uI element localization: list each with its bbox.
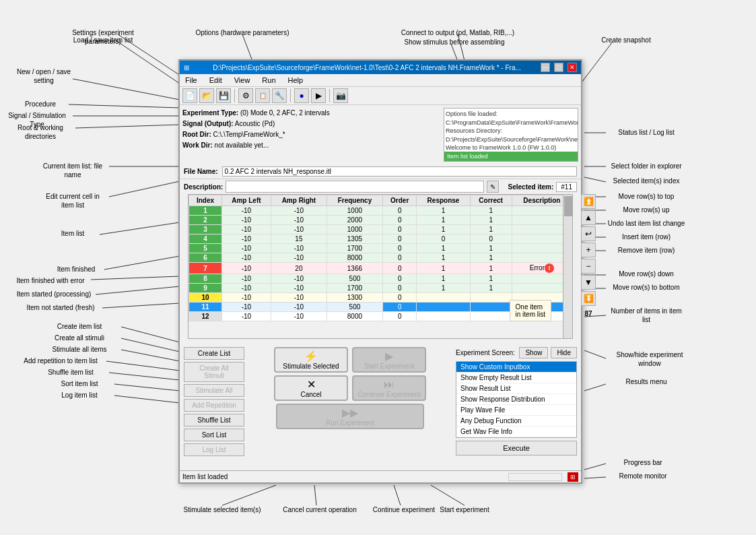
table-cell[interactable]: -10 <box>221 284 271 293</box>
table-cell[interactable]: 1 <box>417 206 470 216</box>
table-row[interactable]: 6-10-108000011 <box>189 253 572 263</box>
table-cell[interactable]: -10 <box>271 216 327 225</box>
table-cell[interactable]: 0 <box>382 293 417 303</box>
table-row[interactable]: 10-10-1013000 <box>189 293 572 303</box>
table-cell[interactable]: 5 <box>189 244 222 253</box>
shuffle-list-button[interactable]: Shuffle List <box>184 414 244 427</box>
menu-edit[interactable]: Edit <box>207 75 225 85</box>
close-button[interactable]: ✕ <box>568 63 577 72</box>
table-cell[interactable]: -10 <box>221 216 271 225</box>
results-item[interactable]: Show Result List <box>456 383 576 394</box>
log-list-button[interactable]: Log List <box>184 443 244 456</box>
table-cell[interactable]: -10 <box>271 312 327 321</box>
stimulate-selected-button[interactable]: ⚡ Stimulate Selected <box>274 347 348 373</box>
table-row[interactable]: 3-10-101000011 <box>189 225 572 234</box>
table-cell[interactable]: 0 <box>382 216 417 225</box>
table-cell[interactable]: 0 <box>382 225 417 234</box>
stimulate-all-button[interactable]: Stimulate All <box>184 384 244 397</box>
table-cell[interactable]: 8000 <box>327 312 382 321</box>
filename-input[interactable] <box>222 166 577 177</box>
toolbar-snapshot[interactable]: 📷 <box>333 88 348 103</box>
table-row[interactable]: 11-10-105000 <box>189 303 572 312</box>
table-cell[interactable] <box>470 303 512 312</box>
table-cell[interactable]: -10 <box>271 274 327 284</box>
table-cell[interactable]: -10 <box>271 244 327 253</box>
table-cell[interactable]: -10 <box>221 312 271 321</box>
table-cell[interactable]: 8 <box>189 274 222 284</box>
move-down-button[interactable]: ▼ <box>581 275 596 290</box>
toolbar-open[interactable]: 📂 <box>199 88 214 103</box>
table-cell[interactable]: 0 <box>382 312 417 321</box>
show-button[interactable]: Show <box>519 347 548 358</box>
table-cell[interactable]: 0 <box>382 303 417 312</box>
table-cell[interactable]: -10 <box>271 303 327 312</box>
add-repetition-button[interactable]: Add Repetition <box>184 399 244 412</box>
desc-edit-button[interactable]: ✎ <box>487 181 499 193</box>
table-cell[interactable]: 15 <box>271 234 327 244</box>
table-cell[interactable]: 1 <box>470 274 512 284</box>
table-cell[interactable]: 1300 <box>327 293 382 303</box>
table-cell[interactable] <box>417 303 470 312</box>
table-cell[interactable]: 500 <box>327 303 382 312</box>
table-cell[interactable]: 1 <box>417 253 470 263</box>
start-experiment-button[interactable]: ▶ Start Experiment <box>352 347 426 373</box>
table-cell[interactable]: 0 <box>382 274 417 284</box>
menu-file[interactable]: File <box>182 75 200 85</box>
table-cell[interactable]: 10 <box>189 293 222 303</box>
table-cell[interactable]: 500 <box>327 274 382 284</box>
table-cell[interactable]: -10 <box>271 293 327 303</box>
table-cell[interactable]: 1 <box>189 206 222 216</box>
toolbar-settings[interactable]: ⚙ <box>238 88 253 103</box>
remote-monitor-icon[interactable]: ⊞ <box>568 472 578 482</box>
table-cell[interactable]: 1 <box>470 225 512 234</box>
remove-item-button[interactable]: − <box>581 259 596 274</box>
table-cell[interactable]: 1 <box>470 253 512 263</box>
table-cell[interactable]: 0 <box>470 234 512 244</box>
results-item[interactable]: Play Wave File <box>456 405 576 416</box>
toolbar-save[interactable]: 💾 <box>216 88 231 103</box>
table-row[interactable]: 1-10-101000011 <box>189 206 572 216</box>
table-cell[interactable]: 0 <box>382 253 417 263</box>
table-cell[interactable]: 1000 <box>327 206 382 216</box>
hide-button[interactable]: Hide <box>551 347 577 358</box>
menu-help[interactable]: Help <box>285 75 306 85</box>
run-experiment-button[interactable]: ▶▶ Run Experiment <box>276 404 424 429</box>
table-cell[interactable]: 8000 <box>327 253 382 263</box>
table-cell[interactable]: 1 <box>417 216 470 225</box>
table-cell[interactable]: 1366 <box>327 263 382 274</box>
table-cell[interactable]: 1 <box>417 274 470 284</box>
desc-input[interactable] <box>226 181 483 193</box>
table-cell[interactable]: 12 <box>189 312 222 321</box>
table-cell[interactable]: 1700 <box>327 284 382 293</box>
continue-experiment-button[interactable]: ⏭ Continue Experiment <box>352 375 426 401</box>
table-cell[interactable]: -10 <box>271 253 327 263</box>
table-row[interactable]: 12-10-1080000 <box>189 312 572 321</box>
table-scroll[interactable]: Index Amp Left Amp Right Frequency Order… <box>188 195 572 339</box>
menu-view[interactable]: View <box>232 75 253 85</box>
table-cell[interactable]: 0 <box>382 284 417 293</box>
menu-run[interactable]: Run <box>259 75 278 85</box>
table-cell[interactable]: 2 <box>189 216 222 225</box>
table-cell[interactable]: -10 <box>221 293 271 303</box>
table-cell[interactable]: -10 <box>221 274 271 284</box>
toolbar-connect[interactable]: ● <box>294 88 309 103</box>
table-cell[interactable]: 1305 <box>327 234 382 244</box>
table-cell[interactable]: 1 <box>470 216 512 225</box>
create-all-stimuli-button[interactable]: Create All Stimuli <box>184 362 244 382</box>
table-cell[interactable]: 1 <box>417 244 470 253</box>
table-cell[interactable]: 6 <box>189 253 222 263</box>
toolbar-play[interactable]: ▶ <box>311 88 326 103</box>
table-cell[interactable]: -10 <box>271 225 327 234</box>
table-cell[interactable] <box>417 312 470 321</box>
table-cell[interactable]: -10 <box>221 244 271 253</box>
results-item[interactable]: Show Response Distribution <box>456 394 576 405</box>
table-cell[interactable]: 1 <box>470 206 512 216</box>
table-cell[interactable]: 11 <box>189 303 222 312</box>
table-cell[interactable] <box>417 293 470 303</box>
table-row[interactable]: 8-10-10500011 <box>189 274 572 284</box>
table-cell[interactable]: 0 <box>382 234 417 244</box>
table-cell[interactable]: 1 <box>417 263 470 274</box>
table-cell[interactable]: 0 <box>382 263 417 274</box>
table-cell[interactable]: 1 <box>470 244 512 253</box>
table-cell[interactable] <box>470 293 512 303</box>
